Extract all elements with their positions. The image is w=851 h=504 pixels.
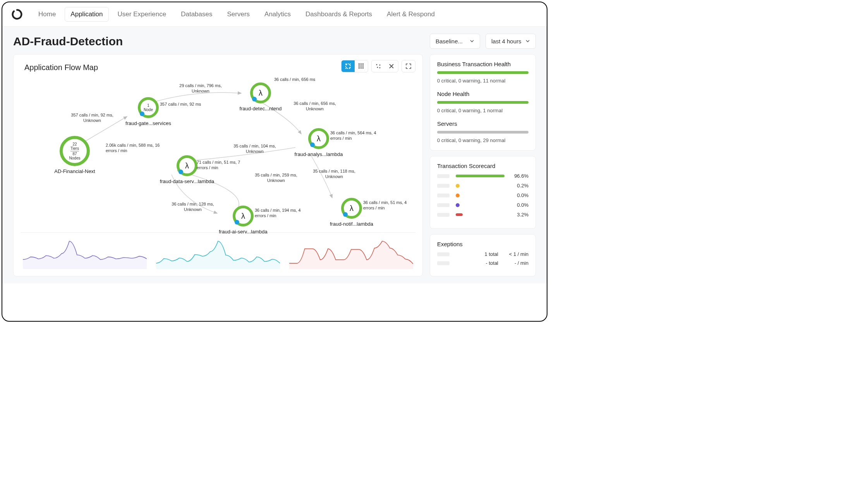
node-metrics: 36 calls / min, 194 ms, 4 errors / min [255,208,305,219]
chevron-down-icon [470,38,474,45]
page-title: AD-Fraud-Detection [13,35,123,48]
fullscreen-button[interactable] [402,60,415,72]
chevron-down-icon [525,38,530,45]
arrange-close-button[interactable] [385,60,398,72]
svg-rect-8 [359,65,360,67]
svg-rect-11 [359,67,360,69]
svg-point-3 [346,67,347,69]
svg-point-4 [349,67,350,69]
node-fraud-data[interactable]: λ fraud-data-serv...lambda 71 calls / mi… [152,155,222,184]
scorecard-row: 0.0% [437,192,528,198]
sparkline-cyan [156,237,280,269]
svg-rect-12 [360,67,362,69]
bt-health-title: Business Transaction Health [437,61,528,67]
scorecard-row: 3.2% [437,212,528,218]
svg-point-2 [349,64,350,65]
edge-label: 36 calls / min, 128 ms, Unknown [164,202,222,213]
node-fraud-notif[interactable]: λ fraud-notif...lambda 36 calls / min, 5… [319,198,384,227]
sparkline-red [289,237,413,269]
baseline-dropdown[interactable]: Baseline... [430,34,480,49]
edge-label: 29 calls / min, 796 ms, Unknown [172,83,230,94]
scorecard-row: 0.0% [437,202,528,208]
sparklines-row [21,232,415,272]
node-health-title: Node Health [437,91,528,97]
exception-row: 1 total< 1 / min [437,251,528,257]
node-metrics: 36 calls / min, 564 ms, 4 errors / min [330,130,381,141]
servers-title: Servers [437,120,528,127]
timerange-dropdown-label: last 4 hours [491,38,522,45]
node-ad-financial[interactable]: 22Tiers87Nodes AD-Financial-Next 2.06k c… [44,136,106,174]
scorecard-row: 0.2% [437,183,528,189]
node-label: fraud-gate...services [117,120,179,126]
node-metrics: 36 calls / min, 51 ms, 4 errors / min [363,200,413,211]
edge-label: 357 calls / min, 92 ms, Unknown [67,113,117,123]
edge-label: 36 calls / min, 656 ms, Unknown [286,101,344,112]
servers-text: 0 critical, 0 warning, 29 normal [437,137,528,143]
node-metrics: 71 calls / min, 51 ms, 7 errors / min [197,160,243,171]
scorecard-card: Transaction Scorecard 96.6%0.2%0.0%0.0%3… [430,156,536,229]
node-metrics: 357 calls / min, 92 ms [160,102,202,107]
nav-home[interactable]: Home [33,7,62,22]
svg-point-1 [346,64,347,65]
nav-analytics[interactable]: Analytics [259,7,297,22]
nav-databases[interactable]: Databases [175,7,218,22]
node-label: fraud-detec...ntend [230,106,292,111]
edge-label: 35 calls / min, 118 ms, Unknown [305,169,363,180]
node-label: fraud-analys...lambda [284,151,353,157]
edge-label: 35 calls / min, 259 ms, Unknown [247,173,305,183]
edge-label: 35 calls / min, 104 ms, Unknown [226,144,284,154]
timerange-dropdown[interactable]: last 4 hours [486,34,536,49]
nav-user-experience[interactable]: User Experience [112,7,172,22]
node-label: AD-Financial-Next [44,168,106,174]
node-fraud-detect[interactable]: λ fraud-detec...ntend 36 calls / min, 65… [230,82,292,111]
arrange-scatter-button[interactable] [372,60,385,72]
svg-rect-10 [362,65,364,67]
baseline-dropdown-label: Baseline... [436,38,463,45]
health-card: Business Transaction Health 0 critical, … [430,54,536,151]
node-metrics: 36 calls / min, 656 ms [274,77,317,82]
svg-rect-6 [360,63,362,65]
node-fraud-gateway[interactable]: 1Node fraud-gate...services 357 calls / … [117,97,179,126]
exceptions-title: Exeptions [437,241,528,247]
svg-point-15 [379,65,381,66]
top-nav: Home Application User Experience Databas… [2,2,547,27]
node-fraud-analysis[interactable]: λ fraud-analys...lambda 36 calls / min, … [284,128,353,157]
svg-rect-7 [362,63,364,65]
svg-point-16 [377,67,378,68]
svg-point-17 [379,67,381,69]
node-label: fraud-ai-serv...lambda [210,229,276,235]
nav-application[interactable]: Application [65,7,108,22]
node-label: fraud-data-serv...lambda [152,178,222,184]
view-topology-button[interactable] [341,60,355,72]
bt-health-bar [437,71,528,74]
scorecard-row: 96.6% [437,173,528,179]
nav-alert-respond[interactable]: Alert & Respond [381,7,441,22]
flowmap-card: Application Flow Map [13,54,423,276]
svg-rect-5 [359,63,360,65]
exception-row: - total- / min [437,260,528,266]
node-label: fraud-notif...lambda [319,221,384,227]
servers-bar [437,131,528,134]
svg-rect-13 [362,67,364,69]
node-metrics: 2.06k calls / min, 588 ms, 16 errors / m… [106,143,164,154]
flowmap-title: Application Flow Map [21,61,98,72]
appd-logo-icon [12,9,22,20]
nav-servers[interactable]: Servers [221,7,256,22]
svg-rect-9 [360,65,362,67]
svg-point-14 [376,64,377,65]
bt-health-text: 0 critical, 0 warning, 11 normal [437,78,528,84]
node-health-text: 0 critical, 0 warning, 1 normal [437,108,528,113]
exceptions-card: Exeptions 1 total< 1 / min- total- / min [430,234,536,276]
scorecard-title: Transaction Scorecard [437,163,528,169]
node-health-bar [437,101,528,104]
view-grid-button[interactable] [355,60,368,72]
sparkline-purple [23,237,147,269]
nav-dashboards[interactable]: Dashboards & Reports [300,7,378,22]
flowmap-canvas[interactable]: 22Tiers87Nodes AD-Financial-Next 2.06k c… [21,74,415,230]
